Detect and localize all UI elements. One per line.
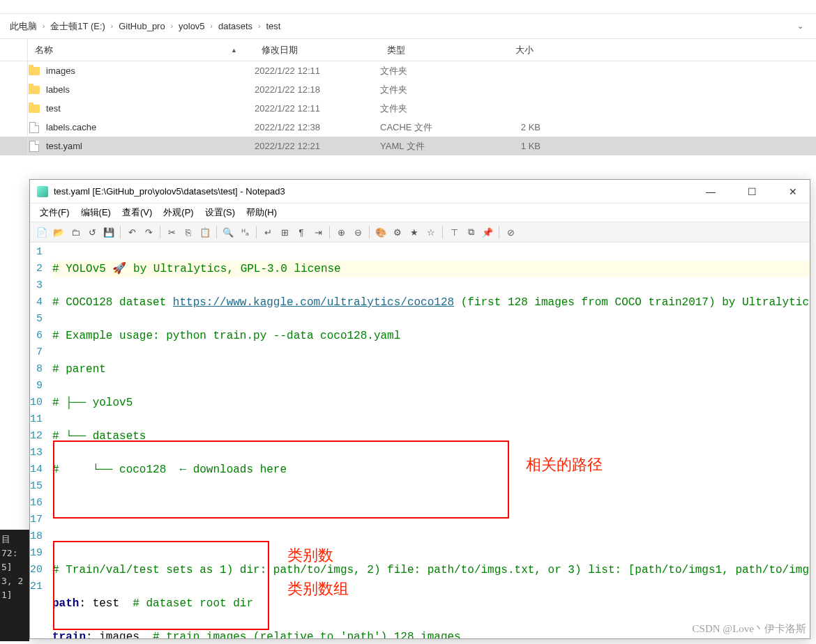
file-date: 2022/1/22 12:38 bbox=[255, 122, 380, 132]
indent-icon[interactable]: ⇥ bbox=[310, 224, 326, 240]
file-icon bbox=[28, 121, 40, 134]
file-name-cell[interactable]: labels.cache bbox=[28, 121, 255, 134]
table-row[interactable]: labels2022/1/22 12:18文件夹 bbox=[0, 80, 816, 99]
code-line: # Example usage: python train.py --data … bbox=[52, 330, 400, 342]
toolbar-sep bbox=[369, 226, 370, 238]
new-file-icon[interactable]: 📄 bbox=[34, 224, 50, 240]
code-line: # parent bbox=[52, 363, 106, 376]
file-name: images bbox=[46, 66, 75, 76]
sort-asc-icon: ▲ bbox=[231, 47, 237, 54]
file-type: 文件夹 bbox=[380, 84, 478, 96]
file-name-cell[interactable]: test.yaml bbox=[28, 140, 255, 153]
close-button[interactable]: ✕ bbox=[783, 185, 803, 199]
zoomout-icon[interactable]: ⊖ bbox=[350, 224, 365, 240]
explorer-icon[interactable]: 🗀 bbox=[68, 224, 83, 240]
wordwrap-icon[interactable]: ↵ bbox=[260, 224, 275, 240]
menu-appearance[interactable]: 外观(P) bbox=[158, 206, 199, 219]
pin-icon[interactable]: 📌 bbox=[480, 224, 495, 240]
crumb-yolov5[interactable]: yolov5 bbox=[174, 21, 209, 31]
titlebar[interactable]: test.yaml [E:\GitHub_pro\yolov5\datasets… bbox=[30, 180, 810, 204]
yaml-val: : test bbox=[79, 597, 133, 610]
file-name-cell[interactable]: test bbox=[28, 102, 255, 115]
menu-file[interactable]: 文件(F) bbox=[34, 206, 75, 219]
crumb-pc[interactable]: 此电脑 bbox=[6, 20, 41, 33]
code-area[interactable]: # YOLOv5 🚀 by Ultralytics, GPL-3.0 licen… bbox=[48, 243, 810, 638]
editor-body[interactable]: 123456789101112131415161718192021 # YOLO… bbox=[30, 243, 810, 638]
paste-icon[interactable]: 📋 bbox=[197, 224, 213, 240]
file-name: labels.cache bbox=[46, 122, 96, 132]
table-row[interactable]: test.yaml2022/1/22 12:21YAML 文件1 KB bbox=[0, 137, 816, 155]
select-all-checkbox[interactable] bbox=[0, 39, 28, 61]
revert-icon[interactable]: ↺ bbox=[84, 224, 100, 240]
file-type: 文件夹 bbox=[380, 65, 478, 77]
yaml-key: path bbox=[52, 597, 79, 610]
chevron-right-icon: › bbox=[169, 22, 174, 30]
col-size[interactable]: 大小 bbox=[478, 44, 541, 56]
ontop-icon[interactable]: ⊤ bbox=[446, 224, 462, 240]
toolbar-sep bbox=[499, 226, 499, 238]
file-name-cell[interactable]: labels bbox=[28, 84, 255, 96]
menu-settings[interactable]: 设置(S) bbox=[199, 206, 241, 219]
menu-view[interactable]: 查看(V) bbox=[116, 206, 158, 219]
menu-edit[interactable]: 编辑(E) bbox=[75, 206, 116, 219]
file-icon bbox=[28, 140, 40, 153]
yaml-val: : images bbox=[86, 631, 153, 638]
code-line: # Train/val/test sets as 1) dir: path/to… bbox=[52, 564, 810, 576]
crumb-drive[interactable]: 金士顿1T (E:) bbox=[46, 20, 109, 33]
guides-icon[interactable]: ⊞ bbox=[277, 224, 292, 240]
col-date[interactable]: 修改日期 bbox=[255, 44, 380, 56]
crumb-datasets[interactable]: datasets bbox=[214, 21, 257, 31]
crumb-test[interactable]: test bbox=[262, 21, 285, 31]
col-type[interactable]: 类型 bbox=[380, 44, 478, 56]
table-row[interactable]: test2022/1/22 12:11文件夹 bbox=[0, 99, 816, 118]
code-link[interactable]: https://www.kaggle.com/ultralytics/coco1… bbox=[173, 296, 454, 309]
zoomin-icon[interactable]: ⊕ bbox=[333, 224, 349, 240]
fav-icon[interactable]: ★ bbox=[407, 224, 422, 240]
file-name: test bbox=[46, 103, 61, 114]
table-row[interactable]: labels.cache2022/1/22 12:38CACHE 文件2 KB bbox=[0, 118, 816, 137]
table-row[interactable]: images2022/1/22 12:11文件夹 bbox=[0, 61, 816, 80]
redo-icon[interactable]: ↷ bbox=[141, 224, 156, 240]
minimize-button[interactable]: — bbox=[700, 185, 721, 199]
app-icon bbox=[37, 186, 48, 197]
row-checkbox[interactable] bbox=[0, 137, 28, 155]
chevron-right-icon: › bbox=[41, 22, 46, 30]
code-text: (first 128 images from COCO train2017) b… bbox=[454, 296, 810, 309]
folder-icon bbox=[28, 84, 40, 96]
whitespace-icon[interactable]: ¶ bbox=[294, 224, 309, 240]
menu-help[interactable]: 帮助(H) bbox=[241, 206, 282, 219]
newwin-icon[interactable]: ⧉ bbox=[463, 224, 478, 240]
undo-icon[interactable]: ↶ bbox=[124, 224, 139, 240]
explorer-tabs-area bbox=[0, 0, 816, 14]
replace-icon[interactable]: ᴴₐ bbox=[237, 224, 252, 240]
bg-text: 1] bbox=[1, 588, 28, 602]
row-checkbox[interactable] bbox=[0, 99, 28, 118]
addfav-icon[interactable]: ☆ bbox=[423, 224, 439, 240]
file-name-cell[interactable]: images bbox=[28, 65, 255, 77]
toolbar-sep bbox=[120, 226, 121, 238]
line-gutter: 123456789101112131415161718192021 bbox=[30, 243, 48, 638]
copy-icon[interactable]: ⎘ bbox=[181, 224, 196, 240]
file-size: 2 KB bbox=[478, 122, 541, 132]
config-icon[interactable]: ⚙ bbox=[390, 224, 405, 240]
maximize-button[interactable]: ☐ bbox=[742, 185, 762, 199]
file-type: YAML 文件 bbox=[380, 140, 478, 153]
row-checkbox[interactable] bbox=[0, 80, 28, 99]
open-file-icon[interactable]: 📂 bbox=[51, 224, 66, 240]
find-icon[interactable]: 🔍 bbox=[220, 224, 236, 240]
clear-icon[interactable]: ⊘ bbox=[503, 224, 518, 240]
code-comment: # train images (relative to 'path') 128 … bbox=[153, 631, 461, 638]
scheme-icon[interactable]: 🎨 bbox=[373, 224, 388, 240]
cut-icon[interactable]: ✂ bbox=[164, 224, 179, 240]
row-checkbox[interactable] bbox=[0, 61, 28, 80]
background-terminal: 目 72: 5] 3, 2 1] bbox=[0, 530, 29, 641]
row-checkbox[interactable] bbox=[0, 118, 28, 137]
file-date: 2022/1/22 12:18 bbox=[255, 84, 380, 95]
col-name[interactable]: 名称▲ bbox=[28, 44, 255, 56]
code-comment: # dataset root dir bbox=[133, 597, 253, 610]
file-list-header: 名称▲ 修改日期 类型 大小 bbox=[0, 39, 816, 61]
save-icon[interactable]: 💾 bbox=[101, 224, 116, 240]
crumb-github[interactable]: GitHub_pro bbox=[114, 21, 169, 31]
chevron-down-icon[interactable]: ⌄ bbox=[797, 22, 803, 31]
breadcrumb[interactable]: 此电脑› 金士顿1T (E:)› GitHub_pro› yolov5› dat… bbox=[0, 14, 816, 39]
